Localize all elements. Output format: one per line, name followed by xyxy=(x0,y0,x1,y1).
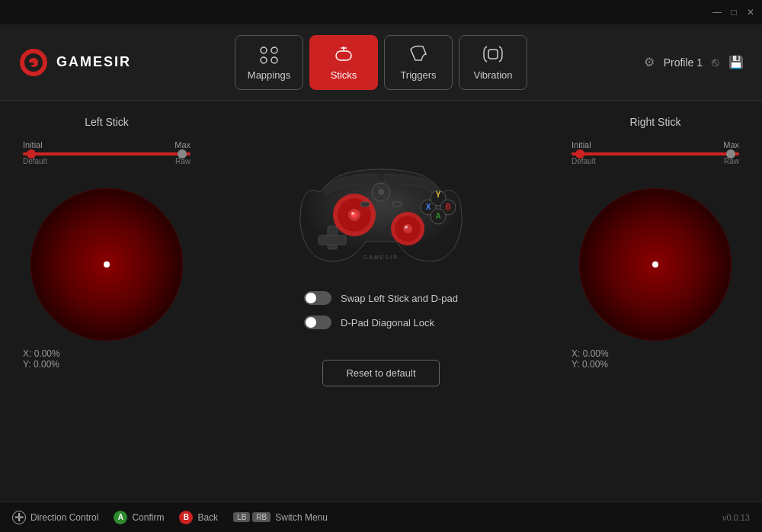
minimize-button[interactable]: — xyxy=(712,7,722,18)
tab-triggers[interactable]: Triggers xyxy=(384,35,453,90)
lb-rb-buttons: LB RB xyxy=(233,512,271,522)
left-stick-slider[interactable] xyxy=(23,152,190,155)
profile-export-icon[interactable]: ⎋ xyxy=(712,56,719,69)
mappings-tab-label: Mappings xyxy=(248,69,290,81)
main-content: Left Stick Initial Max Default Raw X: 0.… xyxy=(0,101,762,502)
back-label: Back xyxy=(197,512,218,523)
right-initial-label: Initial xyxy=(572,140,591,149)
sticks-icon xyxy=(331,43,356,65)
bottom-bar: ✛ Direction Control A Confirm B Back LB … xyxy=(0,502,762,532)
svg-rect-32 xyxy=(360,202,370,207)
triggers-icon xyxy=(406,43,431,65)
svg-rect-31 xyxy=(392,202,402,207)
left-initial-label: Initial xyxy=(23,140,43,149)
tab-vibration[interactable]: Vibration xyxy=(459,35,527,90)
left-default-label: Default xyxy=(23,157,47,165)
profile-save-icon[interactable]: 💾 xyxy=(728,55,744,69)
version-text: v0.0.13 xyxy=(722,513,750,522)
svg-text:GAMESIR: GAMESIR xyxy=(363,255,399,260)
a-button-badge: A xyxy=(114,511,127,524)
right-zone-circle xyxy=(579,188,732,341)
switch-menu-item: LB RB Switch Menu xyxy=(233,512,328,523)
svg-point-20 xyxy=(405,226,408,229)
svg-point-14 xyxy=(351,212,354,215)
triggers-tab-label: Triggers xyxy=(400,69,436,81)
profile-name: Profile 1 xyxy=(664,56,703,69)
right-stick-coords: X: 0.00% Y: 0.00% xyxy=(572,348,739,370)
switch-menu-label: Switch Menu xyxy=(275,512,328,523)
svg-point-4 xyxy=(261,57,267,63)
right-stick-x: X: 0.00% xyxy=(572,348,739,359)
svg-text:B: B xyxy=(445,203,450,211)
dpad-diagonal-toggle-row: D-Pad Diagonal Lock xyxy=(304,316,434,329)
reset-default-button[interactable]: Reset to default xyxy=(322,360,439,386)
title-bar: — □ ✕ xyxy=(0,0,762,24)
dpad-badge: ✛ xyxy=(12,511,26,524)
tab-sticks[interactable]: Sticks xyxy=(309,35,378,90)
left-stick-x: X: 0.00% xyxy=(23,348,190,359)
svg-rect-16 xyxy=(319,236,346,245)
controller-image: Y X B A ⊙ GAMESIR xyxy=(282,131,480,276)
sticks-tab-label: Sticks xyxy=(331,69,357,81)
header: GAMESIR Mappings Sticks xyxy=(0,24,762,101)
dpad-diagonal-knob xyxy=(306,317,316,328)
direction-control-label: Direction Control xyxy=(30,512,98,523)
mappings-icon xyxy=(257,43,281,65)
left-slider-fill xyxy=(23,152,190,155)
left-slider-max-thumb[interactable] xyxy=(178,149,187,159)
center-panel: Y X B A ⊙ GAMESIR Swap Left Stick and D-… xyxy=(190,116,572,386)
left-stick-slider-row: Initial Max Default Raw xyxy=(23,140,190,165)
tab-mappings[interactable]: Mappings xyxy=(235,35,303,90)
swap-stick-knob xyxy=(306,293,316,303)
right-stick-y: Y: 0.00% xyxy=(572,359,739,370)
svg-rect-9 xyxy=(488,50,498,59)
vibration-icon xyxy=(481,43,505,65)
svg-point-2 xyxy=(261,47,267,53)
svg-text:⊙: ⊙ xyxy=(378,187,384,196)
profile-area: ⚙ Profile 1 ⎋ 💾 xyxy=(622,55,744,69)
back-item: B Back xyxy=(179,511,218,524)
svg-point-3 xyxy=(271,47,277,53)
swap-stick-toggle-row: Swap Left Stick and D-pad xyxy=(304,291,458,305)
right-default-label: Default xyxy=(572,157,596,165)
right-slider-max-thumb[interactable] xyxy=(726,149,735,159)
b-button-badge: B xyxy=(179,511,193,524)
dpad-diagonal-label: D-Pad Diagonal Lock xyxy=(341,317,434,328)
dpad-diagonal-toggle[interactable] xyxy=(304,316,331,329)
right-stick-slider[interactable] xyxy=(572,152,739,155)
svg-text:X: X xyxy=(426,203,431,211)
right-slider-fill xyxy=(572,152,739,155)
logo-text: GAMESIR xyxy=(56,54,131,70)
svg-text:A: A xyxy=(435,212,440,220)
confirm-label: Confirm xyxy=(132,512,164,523)
logo-area: GAMESIR xyxy=(18,47,140,78)
gamesir-logo-icon xyxy=(18,47,49,78)
right-stick-title: Right Stick xyxy=(630,116,681,128)
nav-tabs: Mappings Sticks Triggers Vibr xyxy=(235,35,527,90)
right-stick-slider-row: Initial Max Default Raw xyxy=(572,140,739,165)
left-stick-y: Y: 0.00% xyxy=(23,359,190,370)
right-stick-dot xyxy=(652,261,658,268)
swap-stick-toggle[interactable] xyxy=(304,291,331,305)
left-stick-panel: Left Stick Initial Max Default Raw X: 0.… xyxy=(23,116,190,370)
gear-icon: ⚙ xyxy=(644,55,655,69)
maximize-button[interactable]: □ xyxy=(728,7,739,18)
svg-point-5 xyxy=(271,57,277,63)
svg-rect-6 xyxy=(336,51,351,60)
left-stick-dot xyxy=(104,261,110,268)
svg-text:Y: Y xyxy=(436,191,441,199)
left-slider-initial-thumb[interactable] xyxy=(27,149,36,159)
left-stick-title: Left Stick xyxy=(85,116,129,128)
direction-control-item: ✛ Direction Control xyxy=(12,511,98,524)
right-slider-initial-thumb[interactable] xyxy=(575,149,584,159)
svg-point-19 xyxy=(403,224,412,233)
rb-badge: RB xyxy=(252,512,271,522)
confirm-item: A Confirm xyxy=(114,511,164,524)
close-button[interactable]: ✕ xyxy=(745,7,756,18)
right-max-label: Max xyxy=(723,140,739,149)
left-max-label: Max xyxy=(174,140,190,149)
swap-stick-label: Swap Left Stick and D-pad xyxy=(341,293,458,304)
left-zone-circle xyxy=(30,188,183,341)
toggle-options: Swap Left Stick and D-pad D-Pad Diagonal… xyxy=(304,291,458,329)
right-stick-panel: Right Stick Initial Max Default Raw X: 0… xyxy=(572,116,739,370)
